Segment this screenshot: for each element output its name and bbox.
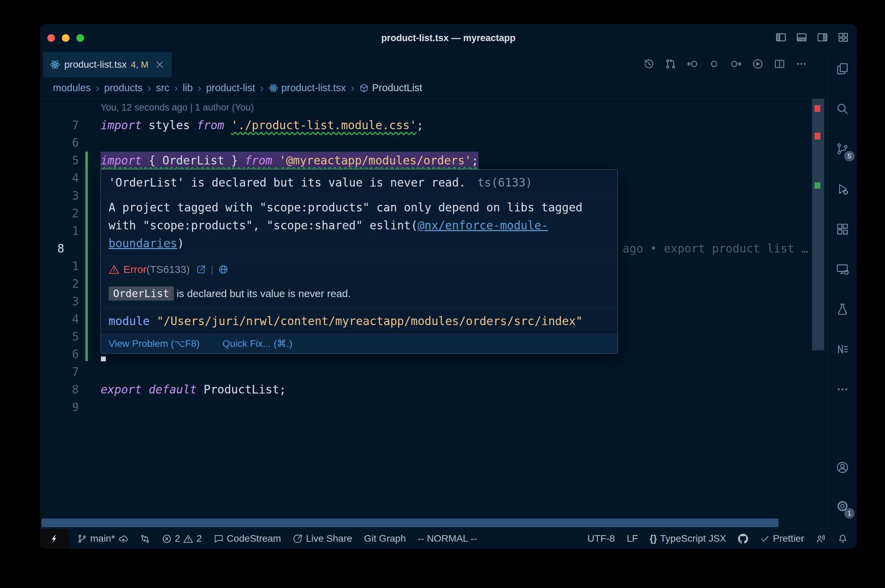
- activity-item-accounts[interactable]: [828, 455, 856, 480]
- tab-product-list[interactable]: product-list.tsx 4, M: [43, 52, 172, 77]
- editor-line[interactable]: 7import styles from './product-list.modu…: [40, 116, 828, 134]
- toggle-panel-button[interactable]: [796, 32, 808, 45]
- view-problem-action[interactable]: View Problem (⌥F8): [108, 338, 200, 350]
- status-separator: |: [211, 264, 213, 275]
- status-item-live-share[interactable]: Live Share: [293, 533, 352, 544]
- severity-label: Error: [123, 264, 147, 275]
- hover-resize-handle[interactable]: [101, 357, 106, 362]
- breadcrumb: modules›products›src›lib›product-list›pr…: [40, 77, 828, 99]
- status-item-compare[interactable]: [140, 534, 150, 544]
- status-item-github[interactable]: [738, 534, 748, 544]
- code-token: import: [101, 118, 142, 132]
- breadcrumb-item-product-list-tsx[interactable]: product-list.tsx: [269, 82, 346, 94]
- editor-line[interactable]: 6: [40, 134, 828, 152]
- split-editor-button[interactable]: [774, 58, 786, 71]
- activity-item-more-views[interactable]: [828, 377, 856, 402]
- status-item-eol[interactable]: LF: [627, 533, 638, 544]
- error-status-row: Error (TS6133) |: [108, 264, 610, 275]
- activity-item-remote-explorer[interactable]: [828, 257, 856, 282]
- breadcrumb-item-modules[interactable]: modules: [53, 82, 91, 94]
- activity-item-run-debug[interactable]: [828, 177, 856, 201]
- breadcrumb-item-productlist[interactable]: ProductList: [359, 82, 422, 94]
- activity-item-explorer[interactable]: [828, 56, 856, 81]
- globe-icon[interactable]: [218, 264, 228, 274]
- codelens[interactable]: You, 12 seconds ago | 1 author (You): [101, 99, 254, 116]
- check-icon: [760, 534, 770, 544]
- editor-line[interactable]: 7: [40, 363, 828, 381]
- activity-item-nx-console[interactable]: [828, 337, 856, 362]
- status-label: Prettier: [773, 533, 804, 544]
- next-change-button[interactable]: [730, 58, 742, 71]
- diagnostic-text: 'OrderList' is declared but its value is…: [108, 176, 466, 189]
- code-token: ;: [416, 118, 424, 132]
- breadcrumb-separator: ›: [351, 81, 355, 94]
- eslint-message-close: ): [177, 237, 184, 250]
- close-icon[interactable]: [155, 59, 165, 70]
- editor[interactable]: You, 12 seconds ago | 1 author (You)7imp…: [40, 99, 828, 528]
- activity-item-testing[interactable]: [828, 297, 856, 322]
- toggle-primary-sidebar-button[interactable]: [775, 32, 787, 45]
- status-label: 2: [196, 533, 202, 544]
- status-item-feedback[interactable]: [816, 534, 826, 544]
- activity-bar: 5 1: [828, 52, 856, 528]
- error-icon: [162, 534, 172, 544]
- code-token: from: [197, 118, 224, 132]
- external-link-icon[interactable]: [196, 264, 206, 274]
- code-content: export default ProductList;: [101, 381, 286, 398]
- horizontal-scrollbar[interactable]: [42, 519, 778, 527]
- status-item-git-graph[interactable]: Git Graph: [364, 533, 406, 544]
- split-editor-icon: [774, 58, 786, 70]
- compare-changes-button[interactable]: [665, 58, 676, 71]
- run-file-button[interactable]: [752, 58, 764, 71]
- status-item-branch[interactable]: main*: [77, 533, 128, 544]
- breadcrumb-label: product-list.tsx: [281, 82, 346, 94]
- activity-item-settings[interactable]: 1: [828, 494, 856, 519]
- git-compare-icon: [140, 534, 150, 544]
- status-item-language[interactable]: {}TypeScript JSX: [649, 533, 726, 544]
- status-item-problems[interactable]: 22: [162, 533, 202, 544]
- warning-icon: [183, 534, 193, 544]
- remote-indicator[interactable]: [40, 529, 69, 549]
- more-actions-button[interactable]: [795, 58, 807, 71]
- breadcrumb-item-products[interactable]: products: [104, 82, 143, 94]
- status-item-encoding[interactable]: UTF-8: [587, 533, 615, 544]
- activity-item-search[interactable]: [828, 96, 856, 121]
- editor-line[interactable]: You, 12 seconds ago | 1 author (You): [40, 99, 828, 116]
- editor-line[interactable]: 9: [40, 398, 828, 416]
- editor-line[interactable]: 5import { OrderList } from '@myreactapp/…: [40, 152, 828, 169]
- more-icon: [795, 58, 807, 70]
- status-label: -- NORMAL --: [418, 533, 477, 544]
- activity-item-extensions[interactable]: [828, 217, 856, 242]
- gitlens-annotations-button[interactable]: [708, 58, 720, 71]
- code-token: './product-list.module.css': [231, 118, 416, 132]
- status-label: Live Share: [306, 533, 352, 544]
- prev-change-icon: [687, 58, 698, 70]
- status-item-vim-mode[interactable]: -- NORMAL --: [418, 533, 477, 544]
- line-number: 2: [40, 204, 101, 222]
- activity-item-source-control[interactable]: 5: [828, 136, 856, 161]
- react-icon: [269, 83, 278, 93]
- timeline-button[interactable]: [643, 58, 655, 71]
- code-token: import: [101, 154, 142, 167]
- quick-fix-action[interactable]: Quick Fix... (⌘.): [222, 338, 293, 350]
- breadcrumb-item-product-list[interactable]: product-list: [206, 82, 255, 94]
- breadcrumb-item-lib[interactable]: lib: [183, 82, 193, 94]
- customize-layout-button[interactable]: [837, 32, 849, 45]
- symbol-chip: OrderList: [108, 286, 174, 301]
- line-number: 1: [40, 222, 101, 240]
- react-icon: [50, 59, 60, 70]
- status-item-notifications[interactable]: [838, 534, 847, 544]
- breadcrumb-item-src[interactable]: src: [156, 82, 170, 94]
- tab-bar: product-list.tsx 4, M: [40, 52, 828, 77]
- line-number: 3: [40, 187, 101, 204]
- titlebar: product-list.tsx — myreactapp: [40, 24, 856, 52]
- line-number: 4: [40, 169, 101, 187]
- status-item-prettier[interactable]: Prettier: [760, 533, 804, 544]
- symbol-module-icon: [359, 83, 369, 93]
- previous-change-button[interactable]: [687, 58, 698, 71]
- toggle-secondary-sidebar-button[interactable]: [817, 32, 828, 45]
- code-token: styles: [142, 118, 197, 132]
- editor-line[interactable]: 8export default ProductList;: [40, 381, 828, 398]
- status-item-codestream[interactable]: CodeStream: [213, 533, 281, 544]
- hover-diagnostic-primary: 'OrderList' is declared but its value is…: [101, 170, 618, 195]
